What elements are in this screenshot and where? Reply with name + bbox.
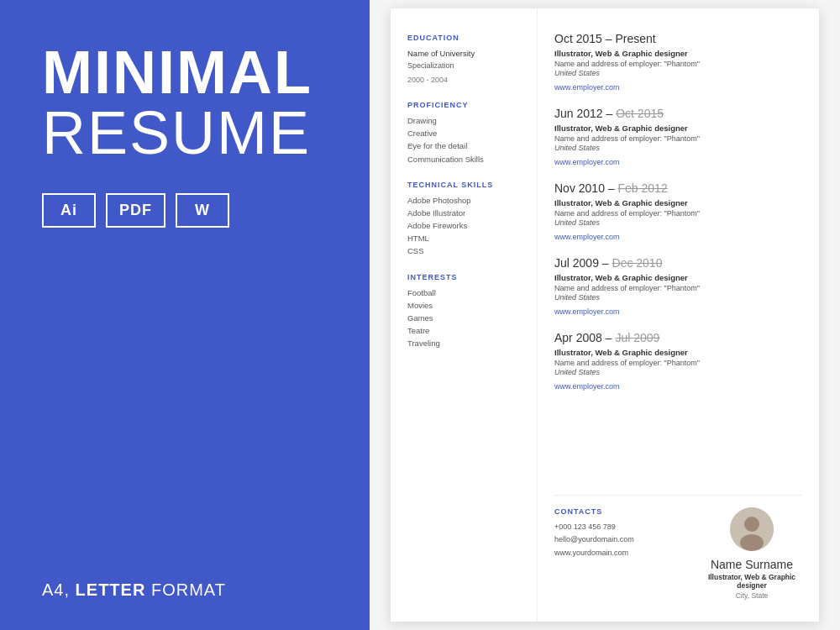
interest-item: Teatre [407,324,523,337]
resume-sidebar: EDUCATION Name of University Specializat… [391,8,538,622]
work-date-4: Jul 2009 – Dec 2010 [554,256,802,270]
contacts-section: CONTACTS +000 123 456 789 hello@yourdoma… [554,507,701,605]
avatar [730,507,774,551]
work-company-2: Name and address of employer: "Phantom" [554,134,802,143]
work-entries: Oct 2015 – Present Illustrator, Web & Gr… [554,32,802,486]
technical-section: TECHNICAL SKILLS Adobe Photoshop Adobe I… [407,181,523,258]
work-title-1: Illustrator, Web & Graphic designer [554,49,802,58]
work-company-4: Name and address of employer: "Phantom" [554,284,802,292]
profile-name: Name Surname [711,558,793,571]
date-start: Jul 2009 [554,256,599,270]
date-end: Jul 2009 [615,331,659,344]
work-link-5: www.employer.com [554,377,802,392]
right-panel: EDUCATION Name of University Specializat… [370,0,840,630]
bottom-suffix: FORMAT [145,580,226,599]
format-badges: Ai PDF W [42,193,336,228]
interests-section: INTERESTS Football Movies Games Teatre T… [407,273,523,350]
work-country-1: United States [554,69,802,77]
skill-item: Adobe Fireworks [407,219,523,232]
date-start: Apr 2008 [554,331,602,344]
work-company-3: Name and address of employer: "Phantom" [554,209,802,218]
main-title: MINIMAL RESUME [42,42,336,163]
work-company-1: Name and address of employer: "Phantom" [554,60,802,68]
svg-point-1 [744,517,759,532]
resume-page: EDUCATION Name of University Specializat… [391,8,819,622]
work-title-4: Illustrator, Web & Graphic designer [554,273,802,282]
proficiency-item: Communication Skills [407,153,523,165]
profile-section: Name Surname Illustrator, Web & Graphic … [701,507,802,605]
bottom-bold: LETTER [76,580,146,599]
work-country-2: United States [554,144,802,152]
edu-spec: Specialization [407,60,523,71]
contacts-title: CONTACTS [554,507,688,516]
profile-role: Illustrator, Web & Graphic designer [701,573,802,590]
work-country-4: United States [554,293,802,302]
left-panel: MINIMAL RESUME Ai PDF W A4, LETTER FORMA… [0,0,370,630]
title-resume: RESUME [42,102,336,163]
edu-year: 2000 - 2004 [407,74,523,86]
badge-w: W [176,193,229,228]
profile-location: City, State [736,591,769,600]
resume-main: Oct 2015 – Present Illustrator, Web & Gr… [538,8,819,622]
resume-bottom: CONTACTS +000 123 456 789 hello@yourdoma… [554,495,802,605]
contact-email: hello@yourdomain.com [554,533,688,546]
contact-website: www.yourdomain.com [554,547,688,559]
work-title-5: Illustrator, Web & Graphic designer [554,348,802,357]
date-start: Oct 2015 [554,32,602,45]
interest-item: Movies [407,299,523,312]
work-country-3: United States [554,218,802,227]
contact-phone: +000 123 456 789 [554,521,688,533]
work-title-2: Illustrator, Web & Graphic designer [554,123,802,133]
date-start: Jun 2012 [554,107,603,120]
work-entry-4: Jul 2009 – Dec 2010 Illustrator, Web & G… [554,256,802,318]
proficiency-item: Drawing [407,114,523,127]
skill-item: Adobe Photoshop [407,194,523,207]
date-sep: – [606,32,616,45]
work-country-5: United States [554,368,802,376]
work-entry-5: Apr 2008 – Jul 2009 Illustrator, Web & G… [554,331,802,392]
proficiency-section: PROFICIENCY Drawing Creative Eye for the… [407,101,523,165]
work-link-1: www.employer.com [554,78,802,93]
interest-item: Traveling [407,337,523,349]
work-date-5: Apr 2008 – Jul 2009 [554,331,802,344]
date-end: Feb 2012 [618,181,668,195]
education-section: EDUCATION Name of University Specializat… [407,34,523,86]
date-start: Nov 2010 [554,181,605,195]
work-link-3: www.employer.com [554,228,802,243]
badge-pdf: PDF [106,193,165,228]
date-sep: – [608,181,618,195]
interest-item: Games [407,312,523,324]
technical-title: TECHNICAL SKILLS [407,181,523,189]
date-sep: – [606,107,617,120]
proficiency-title: PROFICIENCY [407,101,523,109]
edu-name: Name of University [407,47,523,60]
title-minimal: MINIMAL [42,42,336,102]
bottom-prefix: A4, [42,580,76,599]
skill-item: HTML [407,232,523,244]
work-entry-2: Jun 2012 – Oct 2015 Illustrator, Web & G… [554,107,802,168]
work-entry-3: Nov 2010 – Feb 2012 Illustrator, Web & G… [554,181,802,243]
svg-point-2 [740,534,764,551]
work-date-2: Jun 2012 – Oct 2015 [554,107,802,120]
work-title-3: Illustrator, Web & Graphic designer [554,198,802,207]
date-end: Present [615,32,655,45]
education-title: EDUCATION [407,34,523,42]
work-company-5: Name and address of employer: "Phantom" [554,359,802,367]
date-sep: – [602,256,612,270]
skill-item: CSS [407,244,523,257]
bottom-label: A4, LETTER FORMAT [42,580,226,600]
work-date-3: Nov 2010 – Feb 2012 [554,181,802,195]
work-date-1: Oct 2015 – Present [554,32,802,45]
date-end: Dec 2010 [612,256,663,270]
date-end: Oct 2015 [616,107,664,120]
proficiency-item: Creative [407,127,523,139]
badge-ai: Ai [42,193,96,228]
interest-item: Football [407,286,523,299]
avatar-svg [730,507,774,551]
work-link-4: www.employer.com [554,302,802,318]
date-sep: – [606,331,616,344]
work-link-2: www.employer.com [554,153,802,168]
work-entry-1: Oct 2015 – Present Illustrator, Web & Gr… [554,32,802,93]
proficiency-item: Eye for the detail [407,139,523,152]
interests-title: INTERESTS [407,273,523,281]
